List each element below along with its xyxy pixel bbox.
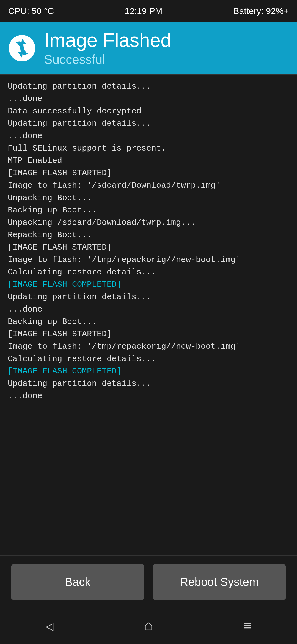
log-line: ...done	[8, 93, 289, 105]
header-section: Image Flashed Successful	[0, 22, 297, 74]
log-line: Full SELinux support is present.	[8, 142, 289, 155]
log-line: Backing up Boot...	[8, 316, 289, 328]
twrp-icon	[8, 34, 36, 62]
nav-menu-icon[interactable]: ≡	[234, 615, 261, 637]
log-line: [IMAGE FLASH STARTED]	[8, 167, 289, 179]
log-line: Image to flash: '/tmp/repackorig//new-bo…	[8, 340, 289, 353]
header-subtitle: Successful	[44, 52, 171, 67]
log-line: Updating partition details...	[8, 291, 289, 303]
log-line: Updating partition details...	[8, 378, 289, 390]
log-line: Calculating restore details...	[8, 353, 289, 365]
back-button[interactable]: Back	[11, 564, 144, 600]
log-line: ...done	[8, 390, 289, 402]
button-row: Back Reboot System	[0, 556, 297, 608]
log-line: MTP Enabled	[8, 155, 289, 167]
log-line: Unpacking /sdcard/Download/twrp.img...	[8, 217, 289, 229]
header-title: Image Flashed	[44, 30, 171, 51]
log-line: Repacking Boot...	[8, 229, 289, 241]
battery-status: Battery: 92%+	[233, 6, 289, 16]
header-text-block: Image Flashed Successful	[44, 30, 171, 67]
log-line: Updating partition details...	[8, 118, 289, 130]
log-line: ...done	[8, 303, 289, 316]
log-line: [IMAGE FLASH COMPLETED]	[8, 279, 289, 291]
cpu-status: CPU: 50 °C	[8, 6, 54, 16]
log-area: Updating partition details......doneData…	[0, 75, 297, 555]
log-line: Updating partition details...	[8, 80, 289, 93]
log-line: Data successfully decrypted	[8, 105, 289, 118]
log-line: [IMAGE FLASH STARTED]	[8, 241, 289, 254]
log-line: Image to flash: '/sdcard/Download/twrp.i…	[8, 179, 289, 192]
log-line: Unpacking Boot...	[8, 192, 289, 204]
log-line: ...done	[8, 130, 289, 142]
nav-bar: ◁ ⌂ ≡	[0, 608, 297, 644]
log-line: [IMAGE FLASH COMPLETED]	[8, 365, 289, 378]
log-line: Backing up Boot...	[8, 204, 289, 217]
nav-back-icon[interactable]: ◁	[36, 615, 63, 637]
time-display: 12:19 PM	[125, 6, 162, 16]
reboot-system-button[interactable]: Reboot System	[153, 564, 286, 600]
log-line: Image to flash: '/tmp/repackorig//new-bo…	[8, 254, 289, 266]
nav-home-icon[interactable]: ⌂	[135, 615, 162, 637]
log-line: Calculating restore details...	[8, 266, 289, 279]
status-bar: CPU: 50 °C 12:19 PM Battery: 92%+	[0, 0, 297, 22]
log-line: [IMAGE FLASH STARTED]	[8, 328, 289, 340]
